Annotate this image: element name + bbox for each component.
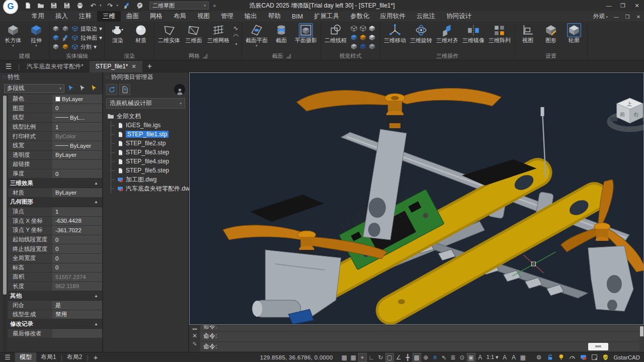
prop-row-area[interactable]: 面积51557.2374 bbox=[8, 273, 102, 282]
tree-item-step-file4[interactable]: STEP_file4.step bbox=[111, 157, 188, 166]
union-icon[interactable] bbox=[52, 25, 59, 33]
wireframe2d-button[interactable]: 二维线框 bbox=[323, 23, 348, 44]
style-conceptual-icon[interactable] bbox=[359, 34, 367, 41]
group-label-3d-ops[interactable]: 三维操作 bbox=[382, 52, 512, 60]
prop-row-vertex-x[interactable]: 顶点 X 坐标-630.4428 bbox=[8, 217, 102, 226]
extract-edge-button[interactable]: 提取边 bbox=[80, 25, 97, 33]
tree-item-machining-dwg[interactable]: 加工图.dwg bbox=[111, 175, 188, 184]
prop-row-thickness[interactable]: 厚度0 bbox=[8, 169, 102, 179]
prop-row-linetype-gen[interactable]: 线型生成禁用 bbox=[8, 310, 102, 320]
command-input-line[interactable]: 命令: bbox=[200, 342, 639, 352]
shell-icon[interactable] bbox=[52, 43, 59, 51]
prop-row-linetype[interactable]: 线型ByL... bbox=[8, 113, 102, 123]
lineweight-icon[interactable]: ≡ bbox=[431, 353, 439, 362]
intersect-icon[interactable] bbox=[52, 34, 59, 42]
tree-item-step-file3[interactable]: STEP_file3.step bbox=[111, 148, 188, 157]
tab-mesh[interactable]: 网格 bbox=[144, 11, 168, 22]
collapse-icon[interactable]: ▲ bbox=[94, 200, 98, 204]
layout2-tab[interactable]: 布局2 bbox=[62, 352, 87, 362]
angle-snap-icon[interactable]: ∠ bbox=[394, 353, 403, 362]
user-avatar[interactable] bbox=[174, 84, 185, 95]
team-select[interactable]: 浩辰机械设计部▾ bbox=[106, 98, 185, 109]
mirror3d-button[interactable]: 三维镜像 bbox=[461, 23, 486, 44]
tab-surface[interactable]: 曲面 bbox=[121, 11, 144, 22]
section-dialog-launcher-icon[interactable] bbox=[286, 54, 291, 58]
section-misc[interactable]: 其他▲ bbox=[8, 291, 102, 301]
annotation-visibility-icon[interactable]: A bbox=[476, 353, 485, 362]
grid-snap-icon[interactable]: ⌖ bbox=[358, 353, 367, 362]
render-button[interactable]: 渲染 bbox=[107, 23, 129, 44]
snap-mode-icon[interactable]: ▦ bbox=[349, 353, 358, 362]
tab-collaboration[interactable]: 协同设计 bbox=[441, 11, 477, 22]
section-history[interactable]: 修改记录▲ bbox=[8, 319, 102, 329]
settings-gear-icon[interactable]: ⚙ bbox=[535, 353, 543, 362]
bulb-icon[interactable] bbox=[557, 353, 565, 362]
prop-row-start-width[interactable]: 起始线段宽度0 bbox=[8, 235, 102, 245]
tree-item-step-file1[interactable]: STEP_file1.stp bbox=[111, 130, 188, 139]
close-button[interactable]: ✕ bbox=[630, 0, 644, 11]
doc-close-button[interactable]: ✕ bbox=[633, 14, 644, 20]
tab-output[interactable]: 输出 bbox=[239, 11, 263, 22]
command-grip-icon[interactable]: ▬ bbox=[193, 326, 197, 331]
view-button[interactable]: 视图 bbox=[517, 23, 539, 44]
prop-row-material[interactable]: 材质ByLayer bbox=[8, 188, 102, 198]
prop-row-hyperlink[interactable]: 超链接 bbox=[8, 160, 102, 169]
object-type-select[interactable]: 多段线▾ bbox=[4, 84, 64, 93]
drawing-viewport[interactable]: 上 前 右 bbox=[189, 72, 644, 325]
extrude-button[interactable]: 拉伸▾ bbox=[25, 23, 47, 48]
message-icon[interactable] bbox=[135, 1, 144, 10]
face3d-button[interactable]: 三维面 bbox=[183, 23, 205, 44]
tab-express[interactable]: 扩展工具 bbox=[308, 11, 345, 22]
extrude-face-button[interactable]: 拉伸面 bbox=[80, 34, 97, 42]
command-close-icon[interactable]: ✕ bbox=[192, 332, 197, 339]
tab-layout[interactable]: 布局 bbox=[168, 11, 192, 22]
separate-icon[interactable] bbox=[71, 43, 78, 51]
group-label-modeling[interactable]: 建模 bbox=[2, 52, 47, 60]
undo-dropdown-icon[interactable]: ▾ bbox=[100, 4, 102, 8]
prop-row-transparency[interactable]: 透明度ByLayer bbox=[8, 151, 102, 160]
annotation-scale-select[interactable]: 1:1 ▾ bbox=[485, 354, 500, 360]
section-button[interactable]: 截面 bbox=[270, 23, 292, 44]
collapse-icon[interactable]: ▲ bbox=[94, 322, 98, 326]
outline-button[interactable]: 轮廓 bbox=[563, 23, 585, 44]
command-pencil-icon[interactable]: ✎ bbox=[192, 341, 197, 347]
layers-stack-icon[interactable] bbox=[122, 1, 131, 10]
prop-row-last-modified-by[interactable]: 最后修改者 bbox=[8, 329, 102, 338]
3d-model-canvas[interactable]: 上 前 右 bbox=[190, 73, 643, 324]
graphics-button[interactable]: 图形 bbox=[540, 23, 562, 44]
isolate-layers-icon[interactable]: ≣ bbox=[449, 353, 457, 362]
unlock-icon[interactable] bbox=[546, 353, 554, 362]
group-label-mesh[interactable]: 网格 bbox=[156, 52, 239, 60]
separate-button[interactable]: 分割 bbox=[80, 43, 92, 51]
doc-tab-menu-icon[interactable]: ☰ bbox=[0, 62, 17, 70]
fillet-edge-icon[interactable] bbox=[61, 43, 69, 51]
mesh3d-button[interactable]: 三维网格 bbox=[206, 23, 231, 44]
revsurf-icon[interactable]: ∿ bbox=[232, 24, 239, 32]
tree-root-all-docs[interactable]: 全部文档 bbox=[107, 112, 188, 121]
prop-row-linetype-scale[interactable]: 线型比例1 bbox=[8, 123, 102, 132]
clean-screen-icon[interactable]: ▣ bbox=[467, 353, 475, 362]
style-shaded-icon[interactable] bbox=[368, 25, 376, 32]
style-xray-icon[interactable] bbox=[359, 43, 367, 50]
panel-grip-icon[interactable]: ∷ bbox=[3, 74, 5, 80]
tree-item-iges-file[interactable]: IGES_file.igs bbox=[111, 121, 188, 130]
notification-monitor-icon[interactable] bbox=[580, 353, 587, 362]
tab-apps[interactable]: 应用软件 bbox=[375, 11, 411, 22]
print-icon[interactable] bbox=[75, 1, 85, 10]
style-hidden-icon[interactable] bbox=[359, 25, 367, 32]
pick-add-icon[interactable] bbox=[66, 84, 76, 93]
properties-scrollbar[interactable] bbox=[3, 96, 7, 351]
style-sketchy-icon[interactable] bbox=[350, 43, 358, 50]
doc-tab-step-file1[interactable]: STEP_file1* ✕ bbox=[90, 61, 142, 72]
undo-icon[interactable]: ↶ bbox=[89, 1, 98, 10]
workspace-select[interactable]: 二维草图 ▾ bbox=[149, 2, 209, 10]
tree-item-step-file2[interactable]: STEP_file2.stp bbox=[111, 139, 188, 148]
prop-row-vertex-y[interactable]: 顶点 Y 坐标-361.7022 bbox=[8, 226, 102, 235]
ortho-mode-icon[interactable]: ∟ bbox=[367, 353, 376, 362]
table-panel-icon[interactable]: ▦ bbox=[519, 353, 527, 362]
subtract-icon[interactable] bbox=[61, 25, 69, 33]
tab-home[interactable]: 常用 bbox=[26, 11, 50, 22]
prop-row-color[interactable]: 颜色ByLayer bbox=[8, 95, 102, 104]
save-as-icon[interactable] bbox=[62, 1, 71, 10]
prop-row-elevation[interactable]: 标高0 bbox=[8, 263, 102, 273]
